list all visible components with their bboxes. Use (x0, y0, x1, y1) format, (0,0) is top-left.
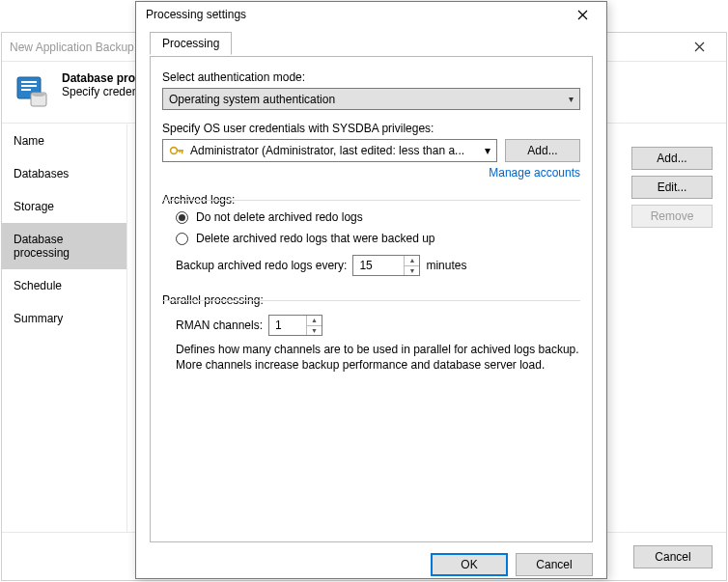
dialog-body: Processing Select authentication mode: O… (136, 27, 606, 550)
credentials-add-button[interactable]: Add... (505, 139, 580, 162)
nav-item-schedule[interactable]: Schedule (2, 269, 126, 302)
auth-mode-select[interactable]: Operating system authentication ▾ (162, 88, 580, 110)
cancel-button[interactable]: Cancel (516, 553, 593, 576)
remove-button: Remove (631, 205, 713, 228)
auth-mode-value: Operating system authentication (169, 93, 335, 106)
parent-action-buttons: Add... Edit... Remove (631, 147, 713, 228)
chevron-down-icon: ▾ (485, 144, 490, 157)
tab-processing[interactable]: Processing (150, 32, 232, 55)
credentials-select[interactable]: Administrator (Administrator, last edite… (162, 139, 497, 162)
svg-rect-9 (180, 150, 181, 152)
chevron-down-icon: ▾ (569, 93, 574, 103)
nav-item-name[interactable]: Name (2, 125, 126, 157)
svg-rect-3 (21, 89, 31, 91)
parallel-header: Parallel processing: (162, 293, 580, 307)
spinner-down-icon[interactable]: ▼ (306, 326, 322, 336)
credentials-label: Specify OS user credentials with SYSDBA … (162, 122, 580, 135)
spinner-up-icon[interactable]: ▲ (306, 316, 322, 326)
close-icon[interactable] (680, 34, 718, 61)
dialog-titlebar: Processing settings (136, 2, 606, 27)
tab-panel-processing: Select authentication mode: Operating sy… (150, 56, 593, 542)
rman-channels-hint: Defines how many channels are to be used… (162, 342, 580, 373)
radio-delete-logs[interactable]: Delete archived redo logs that were back… (162, 228, 580, 249)
nav-item-database-processing[interactable]: Database processing (2, 223, 126, 269)
nav-item-summary[interactable]: Summary (2, 302, 126, 335)
interval-value: 15 (359, 259, 372, 272)
svg-rect-8 (182, 150, 182, 153)
dialog-footer: OK Cancel (136, 550, 606, 578)
parent-cancel-button[interactable]: Cancel (633, 545, 713, 568)
radio-keep-logs[interactable]: Do not delete archived redo logs (162, 207, 580, 228)
svg-point-5 (32, 93, 45, 97)
rman-channels-label: RMAN channels: (176, 319, 263, 332)
radio-delete-label: Delete archived redo logs that were back… (196, 232, 434, 245)
edit-button[interactable]: Edit... (631, 176, 713, 199)
nav-item-databases[interactable]: Databases (2, 157, 126, 190)
interval-spinner[interactable]: 15 ▲ ▼ (352, 255, 420, 276)
key-icon (169, 144, 184, 157)
radio-keep-label: Do not delete archived redo logs (196, 210, 363, 224)
svg-point-6 (171, 148, 178, 154)
wizard-step-icon (15, 73, 50, 108)
credentials-value: Administrator (Administrator, last edite… (190, 144, 464, 157)
spinner-down-icon[interactable]: ▼ (404, 266, 419, 276)
spinner-up-icon[interactable]: ▲ (404, 256, 419, 266)
processing-settings-dialog: Processing settings Processing Select au… (135, 1, 607, 579)
interval-label: Backup archived redo logs every: (176, 259, 347, 272)
rman-channels-spinner[interactable]: 1 ▲ ▼ (268, 315, 322, 336)
svg-rect-2 (21, 85, 37, 87)
add-button[interactable]: Add... (631, 147, 713, 170)
rman-channels-value: 1 (275, 319, 282, 332)
interval-unit: minutes (426, 259, 466, 272)
dialog-title: Processing settings (146, 8, 564, 21)
svg-rect-1 (21, 81, 37, 83)
ok-button[interactable]: OK (431, 553, 508, 576)
radio-icon (176, 233, 188, 245)
auth-mode-label: Select authentication mode: (162, 70, 580, 84)
wizard-nav: Name Databases Storage Database processi… (2, 125, 127, 532)
radio-icon (176, 211, 188, 224)
dialog-close-icon[interactable] (564, 2, 601, 27)
manage-accounts-link[interactable]: Manage accounts (162, 166, 580, 180)
nav-item-storage[interactable]: Storage (2, 190, 126, 223)
archived-logs-header: Archived logs: (162, 193, 580, 207)
tab-bar: Processing (150, 31, 593, 56)
